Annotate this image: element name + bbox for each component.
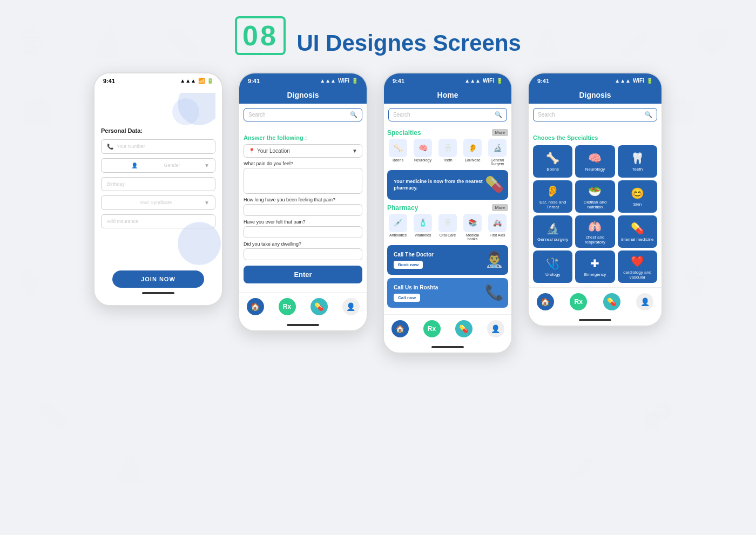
screen1-status-icons: ▲▲▲ 📶 🔋 bbox=[180, 78, 213, 84]
nav-medicine-2[interactable]: 💊 bbox=[310, 298, 328, 315]
card-emergency[interactable]: ✚ Emergency bbox=[575, 250, 615, 283]
screen4-specialties: 9:41 ▲▲▲ WiFi 🔋 Dignosis Search 🔍 Chooes… bbox=[528, 72, 663, 327]
card-internal-label: internal medicine bbox=[621, 237, 653, 242]
call-doctor-banner: Call The Doctor Book now 👨‍⚕️ bbox=[387, 245, 508, 275]
screen3-time: 9:41 bbox=[393, 78, 404, 84]
screen4-time: 9:41 bbox=[537, 78, 549, 84]
oral-care-icon: 🦷 bbox=[438, 214, 457, 232]
oral-care-label: Oral Care bbox=[440, 233, 456, 237]
home-indicator-2 bbox=[287, 324, 319, 326]
duration-input[interactable] bbox=[244, 204, 362, 216]
book-now-btn[interactable]: Book now bbox=[394, 261, 423, 269]
pharmacy-antibiotics[interactable]: 💉 Antibiotics bbox=[387, 214, 409, 241]
chevron-down-icon-2: ▼ bbox=[204, 200, 210, 206]
gender-dropdown[interactable]: 👤 Gender ▼ bbox=[101, 158, 215, 173]
card-general-surgery-label: Genreal surgery bbox=[537, 237, 568, 242]
pharmacy-oral[interactable]: 🦷 Oral Care bbox=[437, 214, 458, 241]
battery-icon: 🔋 bbox=[207, 78, 213, 84]
card-chest-icon: 🫁 bbox=[588, 220, 602, 233]
specialties-title: Specialties bbox=[387, 129, 421, 137]
card-urology[interactable]: 🩺 Urology bbox=[533, 250, 572, 283]
deco-circle-3 bbox=[178, 222, 221, 265]
card-diet-icon: 🥗 bbox=[588, 185, 602, 198]
screen4-content: Chooes the Specialties 🦴 Boons 🧠 Neurolo… bbox=[529, 126, 662, 287]
specialties-grid: 🦴 Boons 🧠 Neurology 🦷 Teeth 👂 Ear, nose … bbox=[533, 145, 657, 283]
card-cardiology[interactable]: ❤️ cardiology and vascular bbox=[618, 250, 657, 283]
nav-rx-3[interactable]: Rx bbox=[423, 320, 441, 337]
specialty-boons[interactable]: 🦴 Boons bbox=[387, 139, 409, 166]
nav-home-3[interactable]: 🏠 bbox=[392, 320, 409, 337]
screen2-status-icons: ▲▲▲ WiFi 🔋 bbox=[320, 78, 358, 84]
screen2-search-placeholder: Search bbox=[248, 112, 266, 118]
screen2-search[interactable]: Search 🔍 bbox=[244, 108, 362, 121]
first-aid-label: First Aids bbox=[490, 233, 505, 237]
card-internal[interactable]: 💊 internal medicine bbox=[618, 215, 657, 248]
card-neurology[interactable]: 🧠 Neurology bbox=[575, 145, 615, 178]
card-cardiology-icon: ❤️ bbox=[631, 255, 644, 268]
nav-rx-2[interactable]: Rx bbox=[279, 298, 296, 315]
specialty-ear[interactable]: 👂 Ear/Nose bbox=[462, 139, 483, 166]
card-diet-label: Dietitan and nutrition bbox=[577, 200, 612, 209]
pharmacy-vitamins[interactable]: 🧴 Vitamines bbox=[412, 214, 434, 241]
screen4-search[interactable]: Search 🔍 bbox=[533, 108, 657, 121]
specialty-surgery[interactable]: 🔬 General Surgery bbox=[487, 139, 508, 166]
wifi-icon-4: WiFi bbox=[633, 78, 644, 84]
signal-icon-4: ▲▲▲ bbox=[615, 78, 631, 84]
card-internal-icon: 💊 bbox=[631, 222, 644, 235]
nav-home-2[interactable]: 🏠 bbox=[247, 298, 264, 315]
first-aid-icon: 🚑 bbox=[488, 214, 507, 232]
pharmacy-firstaid[interactable]: 🚑 First Aids bbox=[487, 214, 508, 241]
question-3: Have you ever felt that pain? bbox=[244, 219, 362, 225]
search-icon-2: 🔍 bbox=[350, 111, 357, 118]
question-4: Did you take any dwelling? bbox=[244, 241, 362, 247]
battery-icon-3: 🔋 bbox=[496, 78, 503, 84]
card-boons[interactable]: 🦴 Boons bbox=[533, 145, 572, 178]
location-icon: 📍 bbox=[248, 148, 255, 154]
card-general-surgery[interactable]: 🔬 Genreal surgery bbox=[533, 215, 572, 248]
nav-medicine-3[interactable]: 💊 bbox=[455, 320, 473, 337]
pharmacy-more[interactable]: More bbox=[492, 204, 508, 211]
antibiotics-label: Antibiotics bbox=[389, 233, 407, 237]
ear-label: Ear/Nose bbox=[464, 158, 480, 162]
call-now-btn[interactable]: Call now bbox=[394, 294, 420, 302]
card-chest[interactable]: 🫁 chest and respiratory bbox=[575, 215, 615, 248]
screen4-section-title: Chooes the Specialties bbox=[533, 134, 657, 141]
nav-home-4[interactable]: 🏠 bbox=[537, 293, 554, 310]
card-ear[interactable]: 👂 Ear, nose and Throat bbox=[533, 180, 572, 213]
dwelling-input[interactable] bbox=[244, 248, 362, 260]
pharmacy-books[interactable]: 📚 Medical books bbox=[462, 214, 483, 241]
nav-profile-2[interactable]: 👤 bbox=[342, 298, 360, 315]
previous-pain-input[interactable] bbox=[244, 226, 362, 238]
surgery-label: General Surgery bbox=[487, 158, 508, 166]
card-teeth[interactable]: 🦷 Teeth bbox=[618, 145, 657, 178]
nav-medicine-4[interactable]: 💊 bbox=[603, 293, 620, 310]
card-skin-icon: 😊 bbox=[631, 187, 644, 200]
nav-rx-4[interactable]: Rx bbox=[570, 293, 587, 310]
card-chest-label: chest and respiratory bbox=[577, 235, 612, 245]
screen3-search[interactable]: Search 🔍 bbox=[388, 108, 507, 121]
specialties-more[interactable]: More bbox=[492, 129, 508, 136]
card-urology-label: Urology bbox=[545, 272, 561, 277]
location-dropdown[interactable]: 📍 Your Location ▼ bbox=[244, 144, 362, 158]
phone-input-field[interactable]: 📞 Your Number bbox=[101, 139, 215, 154]
birthday-input[interactable]: Birthday bbox=[101, 177, 215, 191]
card-teeth-label: Teeth bbox=[632, 167, 643, 172]
specialty-neurology[interactable]: 🧠 Neurology bbox=[412, 139, 434, 166]
card-skin[interactable]: 😊 Skin bbox=[618, 180, 657, 213]
boons-label: Boons bbox=[393, 158, 403, 162]
syndicate-dropdown[interactable]: Your Syndicate ▼ bbox=[101, 195, 215, 210]
nav-profile-3[interactable]: 👤 bbox=[487, 320, 504, 337]
nav-profile-4[interactable]: 👤 bbox=[636, 293, 653, 310]
specialty-teeth[interactable]: 🦷 Teeth bbox=[437, 139, 458, 166]
card-urology-icon: 🩺 bbox=[546, 257, 559, 270]
pharmacy-header: Pharmacy More bbox=[387, 204, 508, 212]
card-diet[interactable]: 🥗 Dietitan and nutrition bbox=[575, 180, 615, 213]
screen3-home: 9:41 ▲▲▲ WiFi 🔋 Home Search 🔍 Specialtie… bbox=[383, 72, 512, 354]
screen4-search-placeholder: Search bbox=[538, 112, 555, 118]
pharmacy-banner: Your medicine is now from the nearest ph… bbox=[387, 170, 508, 200]
signal-icon-2: ▲▲▲ bbox=[320, 78, 336, 84]
join-now-button[interactable]: JOIN NOW bbox=[112, 270, 204, 288]
pain-textarea[interactable] bbox=[244, 168, 362, 194]
enter-button[interactable]: Enter bbox=[244, 266, 362, 283]
screen1-time: 9:41 bbox=[103, 78, 115, 84]
